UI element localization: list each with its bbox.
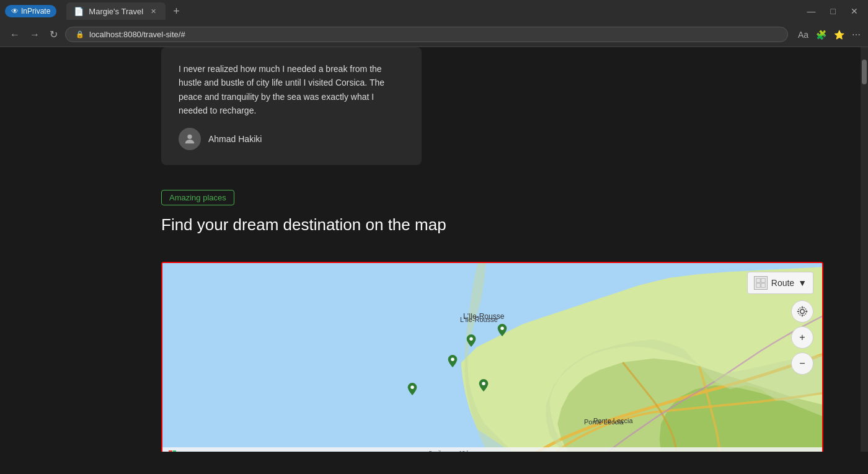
read-aloud-icon[interactable]: Aa <box>798 30 808 40</box>
scrollbar-track[interactable] <box>861 47 868 452</box>
scale-5mi-label: 5 miles <box>429 450 447 452</box>
tab-title: Margie's Travel <box>89 7 143 16</box>
map-pin-5 <box>479 379 489 391</box>
places-section: Amazing places Find your dream destinati… <box>0 165 861 262</box>
svg-point-7 <box>410 385 414 388</box>
zoom-out-button[interactable]: − <box>791 352 813 375</box>
svg-point-5 <box>500 326 503 329</box>
map-pin-2 <box>497 324 507 336</box>
close-button[interactable]: ✕ <box>846 5 863 17</box>
tab-favicon: 📄 <box>74 7 84 16</box>
inprivate-button[interactable]: 👁 InPrivate <box>5 5 56 17</box>
map-pin-3 <box>448 355 458 367</box>
locate-me-button[interactable] <box>791 300 813 323</box>
back-button[interactable]: ← <box>7 27 22 43</box>
route-icon <box>754 276 768 290</box>
section-title: Find your dream destination on the map <box>161 215 823 235</box>
svg-point-0 <box>187 134 192 138</box>
copyright-text: © 2022 TomTom, © 2023 Microsoft Corporat… <box>681 451 798 452</box>
bing-text: Microsoft Bing <box>179 450 222 452</box>
svg-point-6 <box>451 357 454 360</box>
scale-labels: 5 miles 10 km <box>429 450 474 452</box>
lock-icon: 🔒 <box>76 30 84 38</box>
scale-10km-label: 10 km <box>459 450 474 452</box>
section-badge: Amazing places <box>161 190 234 205</box>
new-tab-button[interactable]: + <box>168 2 185 20</box>
url-field[interactable]: 🔒 localhost:8080/travel-site/# <box>65 27 788 42</box>
svg-rect-10 <box>761 278 765 282</box>
terms-link[interactable]: Terms <box>800 451 816 452</box>
map-scale: 5 miles 10 km <box>427 450 476 452</box>
svg-rect-12 <box>761 283 765 287</box>
url-text: localhost:8080/travel-site/# <box>89 30 185 39</box>
address-bar: ← → ↻ 🔒 localhost:8080/travel-site/# Aa … <box>0 22 868 47</box>
more-tools-icon[interactable]: ⋯ <box>852 30 861 40</box>
svg-point-4 <box>469 337 472 340</box>
svg-rect-11 <box>756 283 760 287</box>
avatar <box>179 128 201 150</box>
maximize-button[interactable]: □ <box>826 5 841 17</box>
route-button[interactable]: Route ▼ <box>747 272 813 294</box>
tab-close-button[interactable]: ✕ <box>148 6 158 16</box>
map-container[interactable]: L'Ile-Rousse Ponte Leccia L'Ile-Rousse P… <box>162 263 822 452</box>
refresh-button[interactable]: ↻ <box>47 26 60 43</box>
route-label: Route <box>771 278 794 288</box>
map-controls: + − <box>791 300 813 375</box>
map-wrapper: L'Ile-Rousse Ponte Leccia L'Ile-Rousse P… <box>161 262 823 452</box>
map-copyright: © 2022 TomTom, © 2023 Microsoft Corporat… <box>681 451 816 452</box>
favorites-icon[interactable]: ⭐ <box>834 30 844 40</box>
route-dropdown-icon: ▼ <box>798 278 807 288</box>
active-tab[interactable]: 📄 Margie's Travel ✕ <box>66 2 166 20</box>
map-terrain-svg <box>162 263 822 452</box>
svg-rect-9 <box>756 278 760 282</box>
svg-point-8 <box>482 382 485 385</box>
testimonial-card: I never realized how much I needed a bre… <box>161 47 422 165</box>
svg-point-13 <box>800 309 805 313</box>
testimonial-author: Ahmad Hakiki <box>179 128 404 150</box>
scrollbar-thumb[interactable] <box>862 60 867 84</box>
inprivate-label: InPrivate <box>21 7 50 16</box>
inprivate-icon: 👁 <box>11 7 19 16</box>
extensions-icon[interactable]: 🧩 <box>816 30 826 40</box>
bing-logo: Microsoft Bing <box>169 450 222 452</box>
map-pin-4 <box>407 383 417 395</box>
bing-logo-squares <box>169 450 176 452</box>
forward-button[interactable]: → <box>27 27 42 43</box>
map-pin-1 <box>466 334 476 347</box>
zoom-in-button[interactable]: + <box>791 326 813 349</box>
map-footer: Microsoft Bing 5 miles 10 km © 202 <box>162 447 822 452</box>
testimonial-text: I never realized how much I needed a bre… <box>179 62 404 118</box>
author-name: Ahmad Hakiki <box>208 134 262 144</box>
minimize-button[interactable]: — <box>802 5 821 17</box>
svg-point-14 <box>798 307 806 315</box>
